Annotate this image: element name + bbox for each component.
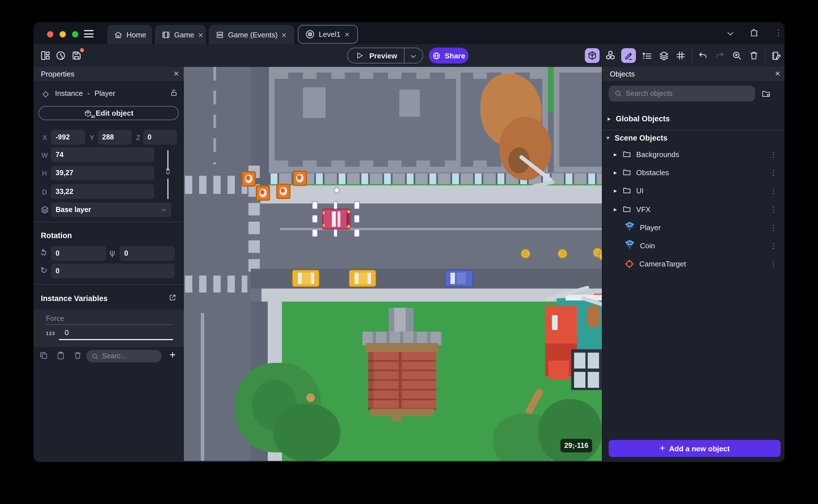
tree-row-obstacles[interactable]: ▸ Obstacles ⋮	[603, 163, 785, 181]
z-field[interactable]	[143, 130, 177, 145]
selection-handle[interactable]	[333, 201, 337, 209]
tab-game[interactable]: Game ×	[155, 25, 206, 44]
paste-variable-icon[interactable]	[56, 351, 65, 360]
crate-obstacle[interactable]	[276, 184, 290, 199]
scene-canvas[interactable]: 29;-116	[184, 67, 602, 461]
variable-name[interactable]: Force	[46, 315, 64, 323]
preview-button[interactable]: Preview	[347, 48, 423, 63]
layers-icon[interactable]	[658, 49, 670, 62]
w-field[interactable]	[51, 147, 154, 162]
selection-handle[interactable]	[312, 201, 318, 209]
tree-row-ui[interactable]: ▸ UI ⋮	[603, 181, 785, 200]
tab-game-events[interactable]: Game (Events) ×	[209, 25, 294, 44]
copy-variable-icon[interactable]	[39, 351, 48, 360]
edit-object-button[interactable]: 3D Edit object	[39, 106, 179, 120]
menu-hamburger-icon[interactable]	[84, 28, 94, 39]
group-scene-objects[interactable]: ▾ Scene Objects	[606, 131, 667, 145]
player-car-selected[interactable]	[322, 209, 350, 230]
rotation-y-field[interactable]	[120, 246, 175, 261]
objects-cubes-icon[interactable]	[604, 49, 617, 62]
extensions-puzzle-icon[interactable]	[749, 28, 759, 38]
selection-handle[interactable]	[312, 229, 318, 237]
row-menu-dots-icon[interactable]: ⋮	[770, 241, 777, 250]
add-variable-button[interactable]: +	[170, 349, 175, 361]
blue-car[interactable]	[445, 270, 473, 287]
selection-handle[interactable]	[354, 229, 360, 237]
tab-home[interactable]: Home	[107, 25, 152, 44]
3d-view-icon[interactable]	[585, 48, 600, 63]
instances-list-icon[interactable]	[641, 49, 653, 62]
row-menu-dots-icon[interactable]: ⋮	[770, 259, 777, 268]
objects-close-icon[interactable]: ×	[775, 69, 780, 78]
h-field[interactable]	[51, 166, 154, 180]
objects-search-input[interactable]	[626, 90, 749, 98]
row-menu-dots-icon[interactable]: ⋮	[770, 186, 777, 195]
variables-search-input[interactable]	[102, 352, 157, 360]
taxi-car[interactable]	[292, 270, 319, 287]
coin[interactable]	[558, 249, 567, 259]
crate-obstacle[interactable]	[242, 171, 256, 187]
link-dimensions-icon[interactable]	[164, 167, 172, 175]
selection-handle[interactable]	[312, 215, 318, 223]
row-menu-dots-icon[interactable]: ⋮	[770, 150, 777, 158]
share-button[interactable]: Share	[429, 48, 469, 63]
variables-search[interactable]	[86, 350, 162, 362]
open-variables-external-icon[interactable]	[168, 294, 176, 302]
caret-right-icon[interactable]: ▸	[614, 169, 617, 176]
layer-select[interactable]: Base layer	[51, 202, 171, 217]
traffic-zoom-button[interactable]	[72, 31, 78, 37]
row-menu-dots-icon[interactable]: ⋮	[770, 168, 777, 177]
traffic-close-button[interactable]	[47, 31, 53, 37]
properties-close-icon[interactable]: ×	[174, 69, 179, 78]
selection-handle[interactable]	[354, 215, 360, 223]
tree-row-vfx[interactable]: ▸ VFX ⋮	[603, 200, 785, 218]
edit-pencil-icon[interactable]	[621, 48, 636, 63]
rotation-z-field[interactable]	[51, 264, 175, 278]
unlock-icon[interactable]	[170, 88, 178, 97]
coin[interactable]	[521, 249, 531, 259]
crate-obstacle[interactable]	[256, 185, 270, 201]
objects-search[interactable]	[609, 86, 755, 101]
undo-icon[interactable]	[697, 49, 709, 62]
trash-icon[interactable]	[748, 49, 760, 62]
browser-menu-icon[interactable]: ⋮	[774, 28, 783, 38]
tree-row-player[interactable]: Player ⋮	[603, 218, 785, 236]
tab-level1[interactable]: Level1 ×	[298, 25, 358, 44]
y-field[interactable]	[98, 130, 132, 145]
edit-events-notebook-icon[interactable]	[770, 49, 782, 62]
delete-variable-icon[interactable]	[73, 351, 82, 360]
rotation-x-field[interactable]	[51, 246, 106, 261]
caret-right-icon[interactable]: ▸	[614, 206, 617, 213]
tab-close-icon[interactable]: ×	[282, 30, 287, 39]
selection-handle[interactable]	[354, 201, 360, 209]
tab-close-icon[interactable]: ×	[344, 30, 350, 39]
chevron-down-icon[interactable]	[726, 29, 735, 38]
tree-row-cameratarget[interactable]: CameraTarget ⋮	[603, 255, 785, 273]
caret-right-icon[interactable]: ▸	[614, 151, 617, 158]
group-global-objects[interactable]: ▸ Global Objects	[608, 112, 670, 125]
add-folder-icon[interactable]	[761, 89, 771, 99]
redo-icon[interactable]	[714, 49, 726, 62]
zoom-in-icon[interactable]	[731, 49, 743, 62]
panels-layout-icon[interactable]	[40, 50, 51, 61]
x-field[interactable]	[51, 130, 85, 145]
caret-right-icon[interactable]: ▸	[614, 187, 617, 194]
traffic-minimize-button[interactable]	[60, 31, 66, 37]
variable-value[interactable]: 0	[65, 328, 69, 337]
history-icon[interactable]	[55, 50, 66, 61]
brick-tower[interactable]	[362, 308, 442, 421]
add-new-object-button[interactable]: + Add a new object	[609, 440, 781, 457]
d-field[interactable]	[51, 184, 154, 199]
row-menu-dots-icon[interactable]: ⋮	[770, 223, 777, 232]
tree-row-coin[interactable]: Coin ⋮	[603, 236, 785, 255]
building-roof-b[interactable]	[554, 67, 602, 172]
taxi-car[interactable]	[349, 270, 376, 287]
tree-row-backgrounds[interactable]: ▸ Backgrounds ⋮	[603, 145, 785, 163]
selection-handle[interactable]	[333, 229, 337, 237]
preview-dropdown-chevron-icon[interactable]	[410, 53, 417, 60]
tree-green[interactable]	[273, 404, 340, 461]
row-menu-dots-icon[interactable]: ⋮	[770, 205, 777, 213]
tab-close-icon[interactable]: ×	[198, 30, 203, 39]
crate-obstacle[interactable]	[293, 171, 307, 186]
grid-icon[interactable]	[675, 49, 687, 62]
